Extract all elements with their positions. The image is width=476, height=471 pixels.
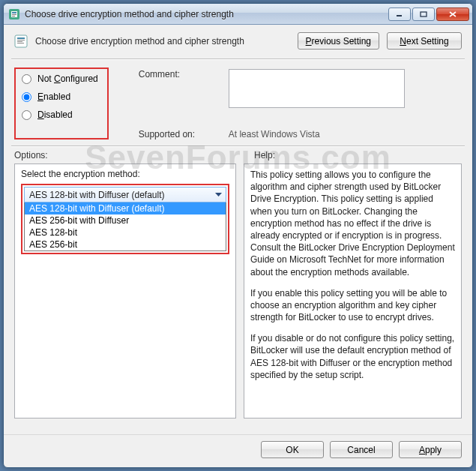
ok-button[interactable]: OK (261, 441, 324, 458)
maximize-button[interactable] (412, 8, 435, 21)
supported-label: Supported on: (139, 129, 206, 140)
titlebar: Choose drive encryption method and ciphe… (4, 4, 472, 25)
encryption-method-dropdown: AES 128-bit with Diffuser (default) AES … (24, 202, 226, 251)
minimize-icon (396, 11, 403, 17)
close-button[interactable] (436, 8, 469, 21)
close-icon (449, 11, 457, 17)
svg-rect-9 (17, 40, 25, 40)
window-title: Choose drive encryption method and ciphe… (25, 9, 388, 20)
comment-field[interactable] (229, 69, 405, 108)
dropdown-item[interactable]: AES 128-bit with Diffuser (default) (25, 202, 226, 214)
dialog-window: Choose drive encryption method and ciphe… (3, 3, 473, 468)
columns-body: Select the encryption method: AES 128-bi… (4, 162, 472, 434)
help-paragraph: If you disable or do not configure this … (250, 332, 455, 381)
dropdown-item[interactable]: AES 128-bit (25, 226, 226, 238)
supported-value: At least Windows Vista (229, 129, 320, 140)
encryption-method-combo-highlight: AES 128-bit with Diffuser (default) AES … (21, 184, 229, 254)
radio-not-configured-input[interactable] (22, 74, 31, 84)
help-heading: Help: (254, 150, 275, 160)
mid-section: Not Configured Enabled Disabled Comment:… (4, 60, 472, 146)
svg-rect-2 (12, 12, 16, 14)
combo-value: AES 128-bit with Diffuser (default) (29, 190, 165, 200)
options-heading: Options: (14, 150, 247, 160)
window-controls (388, 8, 469, 21)
comment-row: Comment: (139, 69, 405, 108)
meta-column: Comment: Supported on: At least Windows … (139, 68, 405, 140)
previous-setting-button[interactable]: Previous Setting (298, 32, 379, 50)
chevron-down-icon (213, 189, 224, 200)
radio-disabled-label: Disabled (37, 110, 73, 120)
columns-header: Options: Help: (4, 147, 472, 162)
comment-label: Comment: (139, 69, 206, 108)
svg-rect-3 (12, 14, 16, 15)
encryption-method-combo[interactable]: AES 128-bit with Diffuser (default) (24, 187, 226, 202)
help-panel[interactable]: This policy setting allows you to config… (244, 164, 462, 418)
next-setting-button[interactable]: Next Setting (387, 32, 462, 50)
header-subtitle: Choose drive encryption method and ciphe… (35, 36, 290, 46)
svg-rect-8 (17, 38, 25, 39)
svg-rect-4 (12, 16, 15, 16)
radio-disabled-input[interactable] (22, 110, 31, 120)
options-panel: Select the encryption method: AES 128-bi… (14, 164, 236, 418)
svg-rect-6 (421, 12, 427, 16)
encryption-method-label: Select the encryption method: (21, 169, 229, 179)
maximize-icon (420, 11, 427, 17)
dropdown-item[interactable]: AES 256-bit with Diffuser (25, 214, 226, 226)
radio-not-configured-label: Not Configured (37, 74, 98, 84)
supported-row: Supported on: At least Windows Vista (139, 129, 405, 140)
app-icon (8, 8, 20, 20)
minimize-button[interactable] (388, 8, 411, 21)
radio-enabled-label: Enabled (37, 92, 70, 102)
svg-rect-11 (17, 43, 24, 44)
state-radio-group: Not Configured Enabled Disabled (14, 68, 109, 140)
policy-icon (14, 34, 28, 48)
svg-rect-5 (397, 15, 402, 16)
radio-not-configured[interactable]: Not Configured (22, 74, 98, 84)
dialog-footer: OK Cancel Apply (4, 434, 472, 467)
radio-enabled-input[interactable] (22, 92, 31, 102)
dropdown-item[interactable]: AES 256-bit (25, 238, 226, 250)
help-paragraph: This policy setting allows you to config… (250, 169, 455, 278)
header-row: Choose drive encryption method and ciphe… (4, 25, 472, 58)
cancel-button[interactable]: Cancel (330, 441, 393, 458)
radio-disabled[interactable]: Disabled (22, 110, 98, 120)
svg-rect-10 (17, 41, 22, 42)
help-paragraph: If you enable this policy setting you wi… (250, 287, 455, 324)
apply-button[interactable]: Apply (399, 441, 462, 458)
radio-enabled[interactable]: Enabled (22, 92, 98, 102)
